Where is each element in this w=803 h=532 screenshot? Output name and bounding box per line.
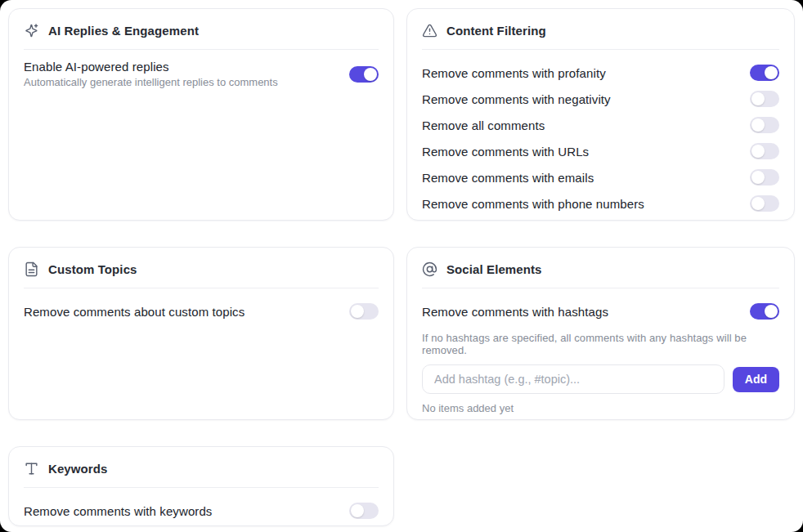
setting-row-keywords: Remove comments with keywords xyxy=(24,498,379,524)
setting-label: Remove comments with profanity xyxy=(422,66,606,80)
setting-row-profanity: Remove comments with profanity xyxy=(422,60,779,86)
type-icon xyxy=(24,461,39,476)
all-comments-toggle[interactable] xyxy=(750,117,779,133)
setting-label: Remove comments with URLs xyxy=(422,145,589,159)
card-custom-topics-body: Remove comments about custom topics xyxy=(9,288,393,324)
card-custom-topics-header: Custom Topics xyxy=(9,248,393,288)
setting-label: Remove comments with hashtags xyxy=(422,305,608,319)
setting-label: Remove comments with phone numbers xyxy=(422,197,644,211)
card-ai-replies: AI Replies & Engagement Enable AI-powere… xyxy=(8,8,394,221)
alert-triangle-icon xyxy=(422,23,437,38)
card-social-elements: Social Elements Remove comments with has… xyxy=(406,247,795,420)
card-content-filtering-header: Content Filtering xyxy=(407,9,794,49)
card-content-filtering-body: Remove comments with profanity Remove co… xyxy=(407,50,794,217)
setting-description: Automatically generate intelligent repli… xyxy=(24,76,278,88)
setting-label: Remove all comments xyxy=(422,118,545,132)
card-ai-replies-header: AI Replies & Engagement xyxy=(9,9,393,49)
setting-label: Remove comments with keywords xyxy=(24,504,212,518)
settings-page: AI Replies & Engagement Enable AI-powere… xyxy=(0,0,803,532)
setting-row-all-comments: Remove all comments xyxy=(422,112,779,138)
setting-row-urls: Remove comments with URLs xyxy=(422,138,779,164)
card-ai-replies-body: Enable AI-powered replies Automatically … xyxy=(9,50,393,88)
card-custom-topics: Custom Topics Remove comments about cust… xyxy=(8,247,394,420)
hashtags-toggle[interactable] xyxy=(750,303,779,320)
toggle-knob xyxy=(364,68,377,81)
setting-row-custom-topics: Remove comments about custom topics xyxy=(24,298,379,324)
hashtag-input[interactable] xyxy=(422,364,724,394)
emails-toggle[interactable] xyxy=(750,169,779,186)
setting-row-emails: Remove comments with emails xyxy=(422,164,779,190)
toggle-knob xyxy=(751,197,765,210)
custom-topics-toggle[interactable] xyxy=(349,303,379,320)
toggle-knob xyxy=(751,92,765,105)
add-hashtag-row: Add xyxy=(422,364,779,394)
setting-row-phone-numbers: Remove comments with phone numbers xyxy=(422,190,779,217)
phone-numbers-toggle[interactable] xyxy=(750,195,779,212)
ai-replies-toggle[interactable] xyxy=(349,66,379,83)
toggle-knob xyxy=(765,66,778,79)
empty-list-text: No items added yet xyxy=(422,402,779,414)
sparkles-icon xyxy=(24,23,39,38)
hashtags-hint: If no hashtags are specified, all commen… xyxy=(422,332,779,356)
card-social-elements-header: Social Elements xyxy=(407,248,794,288)
setting-row-hashtags: Remove comments with hashtags xyxy=(422,298,779,324)
setting-text: Enable AI-powered replies Automatically … xyxy=(24,60,278,88)
profanity-toggle[interactable] xyxy=(750,65,779,81)
file-text-icon xyxy=(24,262,39,277)
card-content-filtering: Content Filtering Remove comments with p… xyxy=(406,8,795,221)
toggle-knob xyxy=(751,171,765,184)
add-hashtag-button[interactable]: Add xyxy=(733,367,779,392)
card-keywords-body: Remove comments with keywords xyxy=(9,488,393,524)
toggle-knob xyxy=(751,145,765,158)
toggle-knob xyxy=(751,118,765,132)
card-social-elements-body: Remove comments with hashtags If no hash… xyxy=(407,288,794,414)
card-keywords-header: Keywords xyxy=(9,447,393,487)
setting-label: Remove comments with negativity xyxy=(422,92,611,106)
setting-row-negativity: Remove comments with negativity xyxy=(422,86,779,112)
negativity-toggle[interactable] xyxy=(750,91,779,107)
setting-label: Enable AI-powered replies xyxy=(24,60,278,74)
card-title: AI Replies & Engagement xyxy=(48,24,199,38)
keywords-toggle[interactable] xyxy=(349,503,379,519)
card-title: Keywords xyxy=(48,462,108,476)
card-title: Content Filtering xyxy=(446,24,546,38)
toggle-knob xyxy=(351,504,364,517)
urls-toggle[interactable] xyxy=(750,143,779,159)
toggle-knob xyxy=(351,305,364,318)
card-title: Social Elements xyxy=(446,262,542,276)
setting-row-ai-replies: Enable AI-powered replies Automatically … xyxy=(24,60,379,88)
card-title: Custom Topics xyxy=(48,262,137,276)
setting-label: Remove comments about custom topics xyxy=(24,305,244,319)
card-keywords: Keywords Remove comments with keywords xyxy=(8,446,394,526)
setting-label: Remove comments with emails xyxy=(422,171,594,185)
at-sign-icon xyxy=(422,262,437,277)
toggle-knob xyxy=(765,305,778,318)
